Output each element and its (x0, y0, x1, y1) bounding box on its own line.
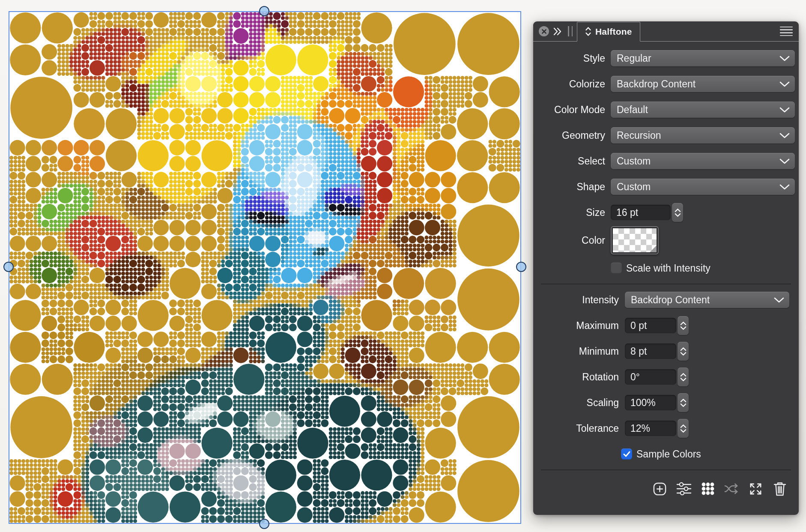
double-chevron-right-icon[interactable] (553, 27, 562, 36)
panel-menu-icon[interactable] (780, 27, 793, 36)
size-stepper[interactable] (672, 203, 683, 222)
intensity-value: Backdrop Content (631, 294, 774, 306)
colorize-label: Colorize (533, 78, 605, 90)
select-value: Custom (617, 155, 779, 167)
minimum-value: 8 pt (630, 346, 647, 357)
minimum-input[interactable]: 8 pt (625, 344, 676, 359)
maximum-label: Maximum (533, 320, 619, 332)
row-size: Size 16 pt (533, 200, 799, 225)
intensity-dropdown[interactable]: Backdrop Content (625, 292, 789, 308)
geometry-value: Recursion (617, 130, 779, 141)
colorize-dropdown[interactable]: Backdrop Content (611, 76, 795, 92)
shuffle-icon[interactable] (724, 481, 740, 497)
halftone-panel: Halftone Style Regular Colorize Backdrop… (533, 21, 799, 515)
row-scaling: Scaling 100% (533, 390, 799, 415)
sample-colors-checkbox[interactable] (621, 448, 632, 460)
panel-divider-bars-icon (568, 26, 573, 36)
style-value: Regular (617, 53, 779, 64)
scale-with-intensity-checkbox[interactable] (611, 263, 622, 274)
size-value: 16 pt (616, 207, 638, 218)
artboard-selection[interactable] (9, 11, 521, 524)
geometry-dropdown[interactable]: Recursion (611, 127, 795, 143)
chevron-down-icon (774, 297, 784, 303)
toolbar-divider (541, 469, 791, 470)
tolerance-input[interactable]: 12% (625, 421, 676, 436)
color-mode-value: Default (617, 104, 779, 116)
color-mode-dropdown[interactable]: Default (611, 102, 795, 118)
chevron-down-icon (779, 133, 790, 138)
style-label: Style (533, 53, 605, 64)
row-color-mode: Color Mode Default (533, 97, 799, 123)
panel-header: Halftone (533, 21, 799, 42)
close-icon[interactable] (539, 26, 549, 36)
row-color: Color (533, 225, 799, 255)
rotation-value: 0° (630, 371, 640, 383)
shape-label: Shape (533, 181, 605, 193)
scaling-stepper[interactable] (678, 393, 689, 412)
halftone-artwork-canvas[interactable] (9, 12, 520, 523)
size-label: Size (533, 207, 605, 218)
row-minimum: Minimum 8 pt (533, 338, 799, 364)
rotation-stepper[interactable] (678, 368, 689, 386)
scaling-label: Scaling (533, 397, 619, 409)
selection-handle-bottom[interactable] (259, 519, 269, 529)
add-icon[interactable] (652, 481, 668, 497)
section-divider (541, 284, 791, 284)
scaling-input[interactable]: 100% (625, 395, 676, 410)
sample-colors-label: Sample Colors (636, 448, 701, 460)
style-dropdown[interactable]: Regular (611, 50, 795, 66)
chevron-down-icon (779, 184, 790, 190)
row-shape: Shape Custom (533, 174, 799, 200)
row-intensity: Intensity Backdrop Content (533, 287, 799, 313)
expand-icon[interactable] (748, 481, 764, 497)
minimum-label: Minimum (533, 346, 619, 357)
maximum-input[interactable]: 0 pt (625, 318, 676, 333)
row-colorize: Colorize Backdrop Content (533, 71, 799, 97)
trash-icon[interactable] (772, 481, 788, 497)
panel-toolbar (533, 473, 799, 505)
selection-handle-right[interactable] (516, 262, 526, 272)
row-select: Select Custom (533, 148, 799, 174)
row-tolerance: Tolerance 12% (533, 415, 799, 441)
maximum-stepper[interactable] (678, 316, 689, 335)
tab-halftone[interactable]: Halftone (577, 22, 640, 42)
geometry-label: Geometry (533, 130, 605, 141)
tolerance-stepper[interactable] (678, 419, 689, 438)
row-sample-colors: Sample Colors (533, 441, 799, 467)
size-input[interactable]: 16 pt (611, 205, 671, 220)
color-label: Color (533, 235, 605, 246)
rotation-input[interactable]: 0° (625, 369, 676, 385)
intensity-label: Intensity (533, 294, 619, 306)
tolerance-value: 12% (630, 423, 650, 434)
selection-handle-left[interactable] (3, 262, 14, 272)
reorder-icon (585, 27, 591, 36)
scale-with-intensity-label: Scale with Intensity (626, 263, 710, 274)
chevron-down-icon (779, 158, 790, 164)
color-swatch[interactable] (611, 226, 659, 254)
tolerance-label: Tolerance (533, 423, 619, 434)
maximum-value: 0 pt (630, 320, 647, 332)
selection-handle-top[interactable] (259, 6, 269, 16)
select-label: Select (533, 155, 605, 167)
minimum-stepper[interactable] (678, 342, 689, 361)
tab-title: Halftone (595, 27, 632, 37)
adjust-sliders-icon[interactable] (676, 481, 692, 497)
colorize-value: Backdrop Content (617, 78, 779, 90)
dot-grid-icon[interactable] (700, 481, 716, 497)
shape-value: Custom (617, 181, 779, 193)
chevron-down-icon (779, 107, 790, 113)
chevron-down-icon (779, 56, 790, 61)
chevron-down-icon (779, 81, 790, 87)
scaling-value: 100% (630, 397, 656, 409)
row-geometry: Geometry Recursion (533, 123, 799, 148)
row-style: Style Regular (533, 45, 799, 71)
row-maximum: Maximum 0 pt (533, 313, 799, 338)
color-mode-label: Color Mode (533, 104, 605, 116)
select-dropdown[interactable]: Custom (611, 153, 795, 169)
row-rotation: Rotation 0° (533, 364, 799, 390)
shape-dropdown[interactable]: Custom (611, 179, 795, 195)
rotation-label: Rotation (533, 371, 619, 383)
row-scale-with-intensity: Scale with Intensity (533, 255, 799, 281)
